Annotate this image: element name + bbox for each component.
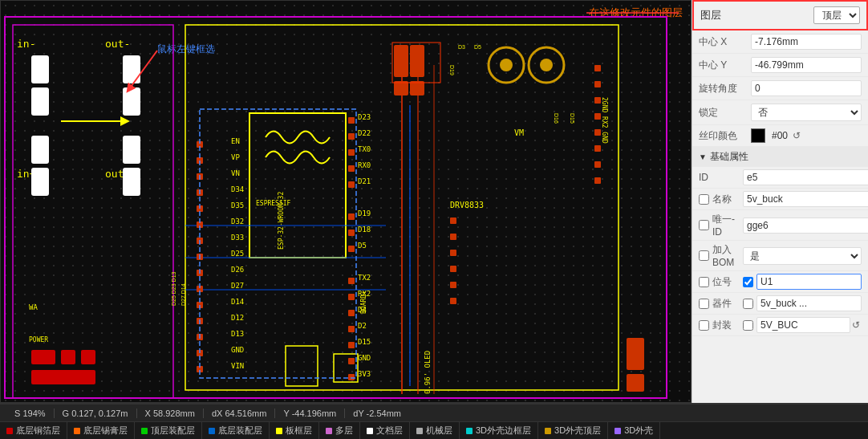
- status-y: Y -44.196mm: [275, 409, 345, 418]
- unique-id-row: 唯一-ID: [692, 210, 868, 241]
- layer-tab-label: 文档层: [376, 425, 403, 437]
- svg-text:TX0: TX0: [358, 145, 371, 153]
- rotation-input[interactable]: [751, 80, 862, 96]
- name-row: 名称: [692, 189, 868, 210]
- center-y-row: 中心 Y: [692, 54, 868, 77]
- layer-tab[interactable]: 机械层: [410, 422, 460, 439]
- svg-text:D25: D25: [231, 250, 244, 258]
- package-label-container: 封装: [699, 319, 743, 332]
- svg-rect-77: [197, 350, 203, 356]
- layer-dot: [416, 428, 423, 434]
- layer-tab[interactable]: 底层铜箔层: [0, 422, 67, 439]
- color-swatch[interactable]: [751, 128, 765, 143]
- layer-tab[interactable]: 3D外壳: [608, 422, 660, 439]
- svg-text:TX2: TX2: [358, 274, 371, 282]
- status-bar: S 194% G 0.127, 0.127m X 58.928mm dX 64.…: [0, 404, 868, 421]
- add-bom-select[interactable]: 是 否: [743, 247, 862, 265]
- layer-dot: [276, 428, 282, 434]
- svg-rect-76: [197, 334, 203, 340]
- layer-tab[interactable]: 底层装配层: [202, 422, 270, 439]
- layer-tab[interactable]: 3D外壳边框层: [460, 422, 538, 439]
- center-x-input[interactable]: [751, 34, 862, 50]
- component-input[interactable]: [756, 295, 862, 311]
- svg-rect-98: [450, 282, 456, 288]
- svg-text:ESPRESSIF: ESPRESSIF: [256, 200, 291, 207]
- layer-tab[interactable]: 文档层: [360, 422, 410, 439]
- svg-text:RX2: RX2: [358, 290, 371, 298]
- layer-tab-label: 机械层: [426, 425, 452, 437]
- ref-input[interactable]: [756, 274, 862, 290]
- package-visible-checkbox[interactable]: [743, 320, 753, 331]
- status-x: X 58.928mm: [137, 409, 204, 418]
- id-input[interactable]: [743, 169, 868, 185]
- svg-text:ESP-32-WROOM-32: ESP-32-WROOM-32: [278, 192, 285, 250]
- svg-text:EN: EN: [231, 137, 240, 145]
- svg-rect-75: [197, 318, 203, 324]
- package-refresh-btn[interactable]: ↺: [850, 319, 862, 331]
- svg-rect-132: [200, 109, 356, 378]
- svg-rect-114: [334, 354, 358, 382]
- layer-dot: [614, 428, 621, 434]
- svg-text:D23: D23: [358, 113, 371, 121]
- center-x-label: 中心 X: [699, 35, 751, 49]
- svg-rect-107: [594, 97, 601, 104]
- lock-row: 锁定 否 是: [692, 100, 868, 125]
- basic-props-header[interactable]: ▼ 基础属性: [692, 147, 868, 167]
- unique-id-input[interactable]: [743, 217, 868, 234]
- svg-text:2GND RX2 GND: 2GND RX2 GND: [601, 97, 608, 144]
- package-checkbox[interactable]: [699, 320, 709, 331]
- svg-rect-71: [197, 254, 203, 260]
- package-input[interactable]: [756, 317, 850, 333]
- center-y-label: 中心 Y: [699, 59, 751, 72]
- component-checkbox[interactable]: [699, 299, 709, 309]
- rotation-row: 旋转角度: [692, 77, 868, 100]
- svg-rect-122: [627, 374, 644, 392]
- svg-rect-69: [197, 222, 203, 228]
- ref-visible-checkbox[interactable]: [743, 277, 753, 287]
- svg-rect-70: [197, 238, 203, 244]
- svg-rect-10: [123, 55, 140, 83]
- layer-tab[interactable]: 板框层: [270, 422, 319, 439]
- layer-tab-label: 底层锡膏层: [83, 425, 128, 437]
- add-bom-checkbox[interactable]: [699, 250, 709, 261]
- pcb-canvas[interactable]: 在这修改元件的图层 鼠标左键框选 in- out- in+ out+: [0, 0, 692, 403]
- svg-rect-8: [31, 55, 49, 83]
- layer-tab-label: 3D外壳边框层: [476, 425, 531, 437]
- layer-tab-label: 顶层装配层: [151, 425, 195, 437]
- svg-rect-92: [348, 358, 355, 364]
- svg-text:VIN: VIN: [231, 362, 244, 370]
- svg-rect-62: [394, 81, 408, 96]
- svg-rect-112: [594, 177, 601, 184]
- layer-tab[interactable]: 多层: [319, 422, 360, 439]
- svg-rect-14: [123, 136, 140, 164]
- layer-header: 图层 顶层 底层: [692, 0, 868, 30]
- layer-select[interactable]: 顶层 底层: [813, 6, 860, 24]
- id-label: ID: [699, 172, 743, 183]
- top-hint: 在这修改元件的图层: [589, 6, 683, 20]
- layer-dot: [6, 428, 13, 434]
- lock-select[interactable]: 否 是: [751, 104, 862, 121]
- layer-tab[interactable]: 顶层装配层: [135, 422, 202, 439]
- svg-rect-83: [348, 181, 355, 188]
- name-checkbox[interactable]: [699, 194, 709, 205]
- component-visible-checkbox[interactable]: [743, 299, 753, 309]
- svg-rect-121: [627, 338, 644, 370]
- svg-text:VM: VM: [514, 128, 524, 137]
- svg-text:out-: out-: [105, 38, 130, 50]
- layer-tab[interactable]: 底层锡膏层: [67, 422, 135, 439]
- unique-id-label-container: 唯一-ID: [699, 213, 743, 238]
- svg-rect-78: [197, 366, 203, 372]
- svg-rect-64: [197, 141, 203, 148]
- layer-tab[interactable]: 3D外壳顶层: [538, 422, 608, 439]
- ref-label-container: 位号: [699, 275, 743, 289]
- svg-rect-80: [348, 133, 355, 140]
- name-input[interactable]: [743, 191, 868, 207]
- silkscreen-refresh-btn[interactable]: ↺: [791, 130, 802, 141]
- ref-checkbox[interactable]: [699, 277, 709, 287]
- svg-text:D5: D5: [358, 242, 367, 250]
- unique-id-checkbox[interactable]: [699, 220, 709, 230]
- svg-point-102: [529, 47, 564, 83]
- layer-tab-label: 3D外壳: [624, 425, 653, 437]
- center-y-input[interactable]: [751, 57, 862, 73]
- layer-dot: [326, 428, 332, 434]
